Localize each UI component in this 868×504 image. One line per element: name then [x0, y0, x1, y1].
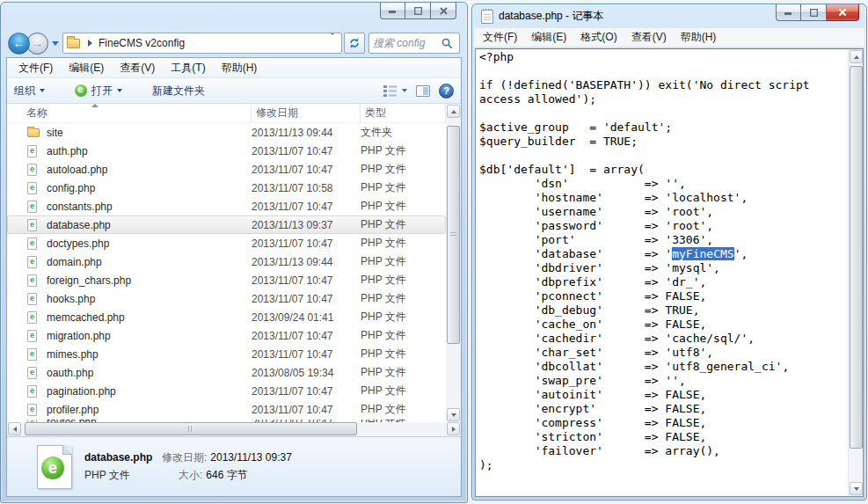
column-header-date[interactable]: 修改日期	[252, 104, 361, 122]
php-file-icon	[27, 182, 37, 194]
maximize-button[interactable]	[801, 4, 827, 21]
file-name: doctypes.php	[41, 237, 247, 250]
file-type: PHP 文件	[356, 143, 445, 158]
breadcrumb-item[interactable]: FineCMS v2	[98, 37, 157, 49]
file-type: PHP 文件	[356, 273, 445, 288]
menu-item[interactable]: 查看(V)	[112, 58, 163, 77]
editor-text[interactable]: <?php if (!defined('BASEPATH')) exit('No…	[479, 50, 824, 472]
menu-item[interactable]: 编辑(E)	[61, 58, 112, 77]
menu-item[interactable]: 帮助(H)	[674, 28, 724, 47]
minimize-button[interactable]	[776, 4, 801, 21]
menu-item[interactable]: 工具(T)	[163, 58, 213, 77]
vertical-scrollbar[interactable]	[446, 104, 461, 422]
file-type: PHP 文件	[356, 199, 445, 214]
scroll-left-button[interactable]	[8, 422, 21, 435]
php-file-large-icon	[37, 445, 72, 489]
scrollbar-thumb[interactable]	[25, 422, 357, 435]
php-file-icon	[27, 256, 37, 268]
notepad-caption-buttons	[776, 4, 859, 21]
menu-item[interactable]: 查看(V)	[624, 28, 674, 47]
breadcrumb-item[interactable]: config	[157, 37, 185, 49]
table-row[interactable]: doctypes.php 2013/11/07 10:47 PHP 文件	[7, 234, 446, 252]
search-input[interactable]	[373, 37, 441, 49]
table-row[interactable]: profiler.php 2013/11/07 10:47 PHP 文件	[7, 400, 446, 419]
file-icon-wrap	[27, 237, 41, 250]
change-view-button[interactable]	[383, 85, 407, 97]
maximize-button[interactable]	[405, 3, 431, 19]
maximize-icon	[810, 9, 818, 17]
minimize-icon	[389, 7, 397, 15]
file-icon-wrap	[27, 182, 41, 194]
open-button[interactable]: 打开	[68, 80, 129, 101]
table-row[interactable]: migration.php 2013/11/07 10:47 PHP 文件	[7, 326, 446, 345]
file-date: 2013/11/07 10:58	[247, 182, 356, 194]
table-row[interactable]: config.php 2013/11/07 10:58 PHP 文件	[7, 179, 446, 197]
table-row[interactable]: pagination.php 2013/11/07 10:47 PHP 文件	[7, 382, 446, 400]
table-row[interactable]: domain.php 2013/11/13 09:44 PHP 文件	[7, 252, 446, 271]
preview-pane-button[interactable]	[416, 85, 430, 97]
search-icon[interactable]	[441, 38, 453, 49]
list-view-icon	[383, 85, 398, 97]
recent-pages-chevron-icon[interactable]	[52, 41, 59, 46]
file-date: 2013/11/07 10:47	[247, 274, 356, 287]
table-row[interactable]: mimes.php 2013/11/07 10:47 PHP 文件	[7, 345, 446, 363]
menu-item[interactable]: 帮助(H)	[214, 58, 266, 77]
table-row[interactable]: memcached.php 2013/09/24 01:41 PHP 文件	[7, 308, 446, 326]
horizontal-scrollbar[interactable]	[7, 422, 461, 436]
scroll-right-button[interactable]	[447, 422, 460, 435]
php-file-icon	[27, 274, 37, 287]
address-dropdown[interactable]	[325, 35, 339, 51]
arrow-left-icon	[13, 427, 17, 432]
scroll-down-button[interactable]	[447, 408, 460, 421]
chevron-down-icon	[329, 33, 336, 50]
scrollbar-thumb[interactable]	[850, 66, 863, 449]
file-type: PHP 文件	[356, 328, 445, 343]
table-row[interactable]: oauth.php 2013/08/05 19:34 PHP 文件	[7, 363, 446, 382]
scroll-down-button[interactable]	[850, 482, 863, 495]
folder-icon	[67, 39, 80, 48]
column-header-name[interactable]: 名称	[7, 104, 252, 122]
file-date: 2013/11/07 10:47	[247, 293, 356, 305]
table-row[interactable]: constants.php 2013/11/07 10:47 PHP 文件	[7, 197, 446, 215]
scroll-up-button[interactable]	[850, 50, 863, 63]
sort-ascending-icon	[91, 104, 98, 107]
new-folder-button[interactable]: 新建文件夹	[145, 80, 212, 101]
table-row[interactable]: database.php 2013/11/13 09:37 PHP 文件	[7, 215, 446, 234]
scrollbar-thumb[interactable]	[447, 126, 460, 344]
file-date: 2013/08/05 19:34	[247, 367, 356, 379]
toolbar-right-group: ?	[383, 84, 461, 99]
code-before-selection: <?php if (!defined('BASEPATH')) exit('No…	[479, 50, 817, 260]
close-button[interactable]	[827, 4, 859, 21]
file-icon-wrap	[27, 145, 41, 157]
close-button[interactable]	[431, 3, 456, 19]
arrow-down-icon	[854, 487, 859, 491]
text-editor[interactable]: <?php if (!defined('BASEPATH')) exit('No…	[475, 48, 864, 497]
table-row[interactable]: foreign_chars.php 2013/11/07 10:47 PHP 文…	[7, 271, 446, 289]
breadcrumb[interactable]: FineCMS v2config	[62, 33, 342, 54]
vertical-scrollbar[interactable]	[848, 49, 863, 496]
menu-item[interactable]: 格式(O)	[573, 28, 624, 47]
arrow-up-icon	[451, 110, 456, 113]
table-row[interactable]: autoload.php 2013/11/07 10:47 PHP 文件	[7, 160, 446, 179]
refresh-button[interactable]	[344, 33, 365, 54]
table-row[interactable]: site 2013/11/13 09:44 文件夹	[7, 123, 446, 142]
file-name: autoload.php	[41, 164, 247, 176]
file-date: 2013/09/24 01:41	[247, 311, 356, 324]
file-name: config.php	[41, 182, 247, 194]
file-name: constants.php	[41, 201, 247, 213]
table-row[interactable]: auth.php 2013/11/07 10:47 PHP 文件	[7, 142, 446, 160]
column-header-type[interactable]: 类型	[361, 104, 446, 122]
table-row[interactable]: hooks.php 2013/11/07 10:47 PHP 文件	[7, 289, 446, 308]
menu-item[interactable]: 编辑(E)	[524, 28, 573, 47]
menu-item[interactable]: 文件(F)	[476, 28, 524, 47]
breadcrumb-separator-icon[interactable]	[88, 40, 92, 47]
refresh-icon	[348, 37, 361, 49]
menu-item[interactable]: 文件(F)	[11, 58, 61, 77]
back-button[interactable]: ←	[8, 33, 30, 55]
scroll-up-button[interactable]	[447, 105, 460, 118]
php-file-icon	[27, 164, 37, 176]
minimize-button[interactable]	[380, 3, 405, 19]
help-button[interactable]: ?	[439, 84, 454, 99]
organize-button[interactable]: 组织	[7, 80, 52, 101]
details-type: PHP 文件	[84, 468, 179, 483]
